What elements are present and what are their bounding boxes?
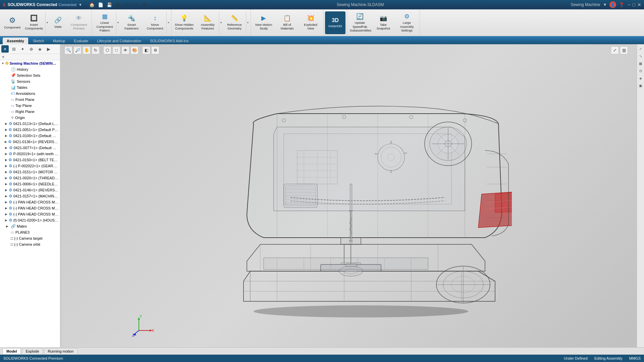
tab-markup[interactable]: Markup [49,38,69,44]
tab-sketch[interactable]: Sketch [29,38,48,44]
tree-item-part-0113[interactable]: ▶⚙0421-0113<1> (Default LOWER SH [0,121,60,127]
insert-dropdown[interactable]: ▾ [45,11,49,34]
tab-evaluate[interactable]: Evaluate [70,38,92,44]
tree-item-part-0051[interactable]: ▶⚙0421-0051<1> (Default PRESSER-F [0,127,60,133]
appearances-btn[interactable]: 🎨 [130,46,139,54]
dropdown-btn[interactable]: ▼ [603,2,607,7]
tree-item-part-0100[interactable]: ▶⚙0421-0100<1> (Default UPPER SH [0,133,60,139]
update-speedpak-btn[interactable]: 🔄 Update SpeedPak Subassemblies [348,11,371,34]
tree-item-part-0020[interactable]: ▶⚙0421-0020<1> (THREAD TENSION [0,175,60,181]
config-manager-btn[interactable]: ✦ [19,45,26,53]
tree-view-btn[interactable]: ≡ [1,45,9,53]
rotate-view-btn[interactable]: ↻ [92,46,100,54]
tree-item-part-0157[interactable]: ▶⚙0421-0157<1> (MACHINE FRAME) [0,193,60,199]
tab-lifecycle[interactable]: Lifecycle and Collaboration [93,38,145,44]
tree-item-part-0151[interactable]: ▶⚙0421-0151<1> (MOTOR AND ELEC [0,169,60,175]
right-panel-btn-4[interactable]: ⊡ [638,68,644,74]
tree-item-sensors[interactable]: 📡Sensors [0,78,60,84]
tree-item-origin[interactable]: ✛Origin [0,115,60,121]
tree-item-history[interactable]: 🕐History [0,66,60,72]
linear-pattern-dropdown[interactable]: ▾ [116,11,119,34]
tree-item-part-0077[interactable]: ▶⚙0421-0077<1> (Default CAM BLO [0,145,60,151]
help-btn[interactable]: ❓ [619,2,624,7]
tree-item-part-0006[interactable]: ▶⚙0421-0006<1> (NEEDLE PLATE AS [0,181,60,187]
tab-explode[interactable]: Explode [22,348,43,354]
assembly-features-dropdown[interactable]: ▾ [219,11,222,34]
zoom-to-fit-btn[interactable]: 🔍 [64,46,72,54]
tree-item-tables[interactable]: 📊Tables [0,84,60,90]
dim-expert-btn[interactable]: ⊕ [28,45,35,53]
tree-item-plane3[interactable]: ▭PLANE3 [0,229,60,235]
component-btn[interactable]: ⚙ Component [3,11,22,34]
redo-btn[interactable]: ↪ [132,1,139,8]
hide-show-btn[interactable]: 👁 [121,46,129,54]
tab-running-motion[interactable]: Running motion [44,348,77,354]
take-snapshot-btn[interactable]: 📷 Take Snapshot [372,11,395,34]
tree-item-mates[interactable]: ▶🔗Mates [0,223,60,229]
tree-item-right-plane[interactable]: ▭Right Plane [0,109,60,115]
tree-item-selection-sets[interactable]: 📌Selection Sets [0,72,60,78]
right-panel-btn-3[interactable]: ▦ [638,60,644,66]
tree-item-part-pan2[interactable]: ▶⚙(-) PAN HEAD CROSS MACHINE S [0,205,60,211]
tree-item-part-0136[interactable]: ▶⚙0421-0136<1> (REVERSE DRIVE LIN [0,139,60,145]
tree-item-camera-target[interactable]: □(-) Camera target [0,235,60,241]
maximize-btn[interactable]: □ [633,2,635,7]
tree-item-part-p002022[interactable]: ▶⚙(-) P-002022<1> (GEARBELT 156 T [0,163,60,169]
user-icon[interactable]: 👤 [609,1,616,8]
bill-of-materials-btn[interactable]: 📋 Bill of Materials [276,11,299,34]
display-style-btn[interactable]: □ [112,46,120,54]
section-view-btn[interactable]: ◧ [142,46,150,54]
reference-geometry-btn[interactable]: 📏 Reference Geometry [223,11,246,34]
smart-fasteners-btn[interactable]: 🔩 Smart Fasteners [120,11,143,34]
show-hidden-btn[interactable]: 💡 Show Hidden Components [173,11,196,34]
save-btn[interactable]: 💾 [106,1,113,8]
move-dropdown[interactable]: ▾ [166,11,170,34]
zoom-btn[interactable]: 🔎 [73,46,82,54]
tree-item-part-0146[interactable]: ▶⚙0421-0146<1> (REVERSE LEVER) [0,187,60,193]
move-component-btn[interactable]: ↕ Move Component [144,11,166,34]
right-panel-btn-6[interactable]: ▣ [638,82,644,88]
right-panel-btn-5[interactable]: ◈ [638,75,644,81]
linear-pattern-btn[interactable]: ▦ Linear Component Pattern [93,11,116,34]
tree-item-annotations[interactable]: 🏷Annotations [0,90,60,97]
tab-model[interactable]: Model [3,348,21,354]
display-manager-btn[interactable]: ◈ [36,45,44,53]
nav-arrow[interactable]: ▼ [78,3,82,7]
tree-item-top-plane[interactable]: ▭Top Plane [0,103,60,109]
viewport[interactable]: 🔍 🔎 ✋ ↻ ⬡ □ 👁 🎨 ◧ ⚙ ⤢ ▥ [62,44,637,347]
options-btn[interactable]: ⚙ [141,1,148,8]
tree-item-front-plane[interactable]: ▭Front Plane [0,97,60,103]
tree-root-item[interactable]: ▼ ⚙ Sewing Machine (SEWING MACHINE) [0,60,60,66]
expand-tree-btn[interactable]: ▶ [45,45,52,53]
expand-viewport-btn[interactable]: ⤢ [611,46,619,54]
right-panel-btn-2[interactable]: ⤡ [638,53,644,59]
view-settings-btn[interactable]: ⚙ [151,46,159,54]
tree-item-camera-orbit[interactable]: □(-) Camera orbit [0,241,60,247]
exploded-view-btn[interactable]: 💥 Exploded View [299,11,322,34]
undo-btn[interactable]: ↩ [123,1,130,8]
right-panel-btn-1[interactable]: ⤢ [638,46,644,52]
close-btn[interactable]: ✕ [637,2,641,7]
tree-item-part-pan1[interactable]: ▶⚙(-) PAN HEAD CROSS MACHINE S [0,199,60,205]
reference-geometry-dropdown[interactable]: ▾ [246,11,249,34]
view-orientation-btn[interactable]: ⬡ [103,46,111,54]
assembly-features-btn[interactable]: 📐 Assembly Features [196,11,219,34]
tree-item-part-0150[interactable]: ▶⚙0421-0150<1> (BELT TENSIONER / [0,157,60,163]
tree-item-part-0200[interactable]: ▶⚙(f) 0421-0200<1> (HOUSING ASSE [0,217,60,223]
mate-btn[interactable]: 🔗 Mate [49,11,67,34]
split-viewport-btn[interactable]: ▥ [620,46,628,54]
tab-assembly[interactable]: Assembly [3,38,28,44]
property-manager-btn[interactable]: ⊞ [10,45,17,53]
large-assembly-btn[interactable]: ⚙ Large Assembly Settings [395,11,418,34]
home-btn[interactable]: 🏠 [88,1,96,8]
insert-components-btn[interactable]: 🔲 Insert Components [22,11,45,34]
new-motion-study-btn[interactable]: ▶ New Motion Study [252,11,275,34]
tree-item-part-pan3[interactable]: ▶⚙(-) PAN HEAD CROSS MACHINE S [0,211,60,217]
new-btn[interactable]: 📄 [97,1,104,8]
tree-item-part-p002019[interactable]: ▶⚙P-002019<1> (with teeth GEARBEL [0,151,60,157]
minimize-btn[interactable]: − [628,2,630,7]
print-btn[interactable]: 🖨 [114,1,122,8]
pan-btn[interactable]: ✋ [83,46,91,54]
component-preview-btn[interactable]: 👁 Component Preview [67,11,90,34]
instant3d-btn[interactable]: 3D Instant3D [325,11,345,34]
